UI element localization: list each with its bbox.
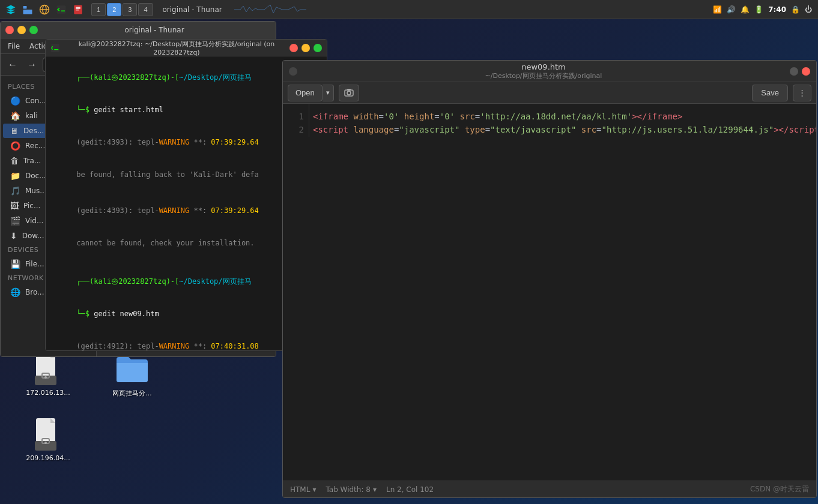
videos-icon: 🎬 [10,216,20,226]
term-cmd-2: gedit new09.htm [94,310,159,318]
pics-icon: 🖼 [10,201,19,211]
kali-icon[interactable] [4,2,18,17]
filesystem-icon: 💾 [10,259,20,269]
terminal-maximize-button[interactable] [314,44,322,52]
term-line-2: └─$ gedit start.html [50,94,322,126]
desktop-label: Des... [23,127,44,135]
terminal-icon[interactable] [54,2,68,17]
thunar-titlebar: original - Thunar [1,22,276,38]
right-status: CSDN @时天云雷 [750,484,809,494]
gedit-window: new09.htm ~/Desktop/网页挂马分析实践/original Op… [282,60,817,498]
workspace-1-button[interactable]: 1 [91,3,106,16]
battery-icon: 🔋 [754,5,763,14]
screenshot-button[interactable] [339,85,359,101]
terminal-win-buttons [289,44,322,52]
term-cmd-1: gedit start.html [94,106,163,114]
gedit-minimize-button[interactable] [790,67,798,76]
open-dropdown-button[interactable]: ▾ [323,85,334,101]
thunar-menu-file[interactable]: File [3,41,25,52]
gedit-title: new09.htm [521,62,566,71]
tab-width-status[interactable]: Tab Width: 8 ▾ [326,485,377,494]
svg-rect-11 [51,44,59,52]
gedit-subtitle: ~/Desktop/网页挂马分析实践/original [485,71,602,80]
thunar-taskbar-item[interactable]: original - Thunar [157,5,228,14]
term-line-8: └─$ gedit new09.htm [50,298,322,330]
gedit-editor[interactable]: 1 2 <iframe width='0' height='0' src='ht… [283,104,816,481]
home-icon: 🏠 [10,111,20,121]
term-prompt-1: └─$ [76,106,94,114]
term-warn-3a: (gedit:4912): tepl- [76,342,159,350]
power-icon: ⏻ [805,5,812,14]
tab-width-label: Tab Width: 8 [326,485,370,494]
gedit-icon[interactable] [71,2,85,17]
desktop-icon-3[interactable]: 209.196.04... [12,413,84,466]
thunar-minimize-button[interactable] [17,26,26,34]
trash-icon: 🗑 [10,156,19,166]
svg-point-19 [44,376,47,379]
gedit-titlebar: new09.htm ~/Desktop/网页挂马分析实践/original [283,61,816,82]
term-warn-3c: **: [189,342,211,350]
filesystem-label: File... [25,260,44,268]
term-dir-1: ~/Desktop/网页挂马 [179,73,251,82]
term-time-3: 07:40:31.08 [211,342,258,350]
open-button[interactable]: Open [288,85,323,101]
taskbar: 1 2 3 4 original - Thunar 📶 🔊 🔔 🔋 7:40 🔒… [0,0,818,19]
svg-rect-15 [347,89,351,91]
gedit-close-button[interactable] [802,67,810,76]
music-label: Mus... [25,187,47,195]
terminal-minimize-button[interactable] [301,44,310,52]
position-label: Ln 2, Col 102 [386,485,434,494]
thunar-close-button[interactable] [5,26,14,34]
desktop-sidebar-icon: 🖥 [10,126,19,136]
tab-width-dropdown-icon: ▾ [373,485,377,494]
term-warn-1c: **: [189,138,211,146]
recent-icon: ⭕ [10,141,20,151]
term-user-1: ┌──(kali㉿20232827tzq)-[ [76,73,179,82]
workspace-2-button[interactable]: 2 [107,3,121,16]
workspace-3-button[interactable]: 3 [123,3,137,16]
files-icon[interactable] [20,2,35,17]
trash-label: Tra... [23,157,41,165]
term-line-7: ┌──(kali㉿20232827tzq)-[~/Desktop/网页挂马 [50,265,322,298]
connect-icon: 🔵 [10,96,20,106]
net-icon: 📶 [713,5,722,14]
code-line-1: <iframe width='0' height='0' src='http:/… [313,110,810,123]
position-status: Ln 2, Col 102 [386,485,434,494]
volume-icon: 🔊 [727,5,736,14]
file-icon-2 [31,417,65,451]
file-icon-2-label: 209.196.04... [26,454,70,462]
save-button[interactable]: Save [752,85,788,101]
gedit-win-buttons [289,67,297,76]
line-numbers: 1 2 [283,104,309,137]
workspace-4-button[interactable]: 4 [138,3,153,16]
browse-icon: 🌐 [10,287,20,297]
gedit-button-left[interactable] [289,67,297,76]
term-line-3: (gedit:4393): tepl-WARNING **: 07:39:29.… [50,126,322,158]
svg-rect-1 [23,10,32,14]
term-warn-2c: **: [189,206,211,215]
thunar-title: original - Thunar [38,26,271,34]
open-btn-group: Open ▾ [288,85,334,101]
taskbar-left: 1 2 3 4 [0,2,157,17]
lang-label: HTML [290,485,310,494]
term-line-5: (gedit:4393): tepl-WARNING **: 07:39:29.… [50,194,322,227]
forward-button[interactable]: → [23,56,40,73]
terminal-close-button[interactable] [289,44,298,52]
lang-status[interactable]: HTML ▾ [290,485,316,494]
svg-rect-0 [23,6,27,9]
home-label: kali [25,112,38,120]
thunar-maximize-button[interactable] [29,26,38,34]
code-line-2: <script language="javascript" type="text… [313,123,810,136]
term-warn-2d: cannot be found, check your installation… [76,239,254,247]
back-button[interactable]: ← [4,56,21,73]
gedit-win-buttons-right [790,67,810,76]
line-num-2: 2 [283,123,304,136]
thunar-win-buttons [5,26,38,34]
browser-icon[interactable] [37,2,52,17]
clock: 7:40 [768,5,786,14]
gedit-menu-button[interactable]: ⋮ [793,85,811,101]
term-line-1: ┌──(kali㉿20232827tzq)-[~/Desktop/网页挂马 [50,61,322,94]
line-num-1: 1 [283,110,304,123]
taskbar-center [228,2,707,16]
term-warn-1a: (gedit:4393): tepl- [76,138,159,146]
